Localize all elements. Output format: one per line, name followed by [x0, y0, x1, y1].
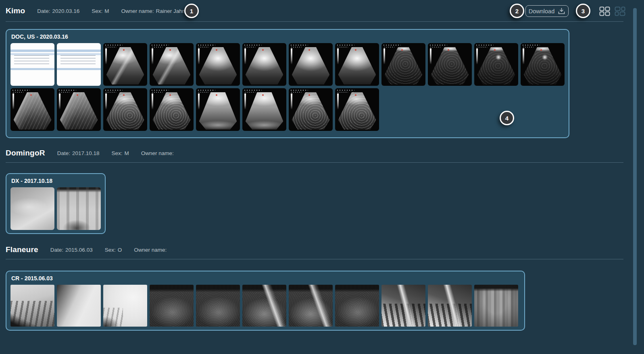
ultrasound-thumbnail[interactable]: [196, 43, 240, 86]
ultrasound-fan: [106, 92, 144, 130]
ultrasound-thumbnail[interactable]: [196, 88, 240, 131]
patient-name: Kimo: [6, 6, 25, 15]
ultrasound-fan: [477, 47, 515, 85]
scale-bar: [152, 93, 153, 110]
owner-label: Owner name:: [121, 8, 154, 14]
xray-thumbnail[interactable]: [289, 285, 333, 327]
date-label: Date:: [37, 8, 50, 14]
marker-dot: [216, 49, 217, 51]
ultrasound-thumbnail[interactable]: [474, 43, 518, 86]
overlay-text: [105, 90, 136, 93]
overlay-text: [291, 45, 321, 48]
overlay-text: [152, 45, 182, 48]
ultrasound-thumbnail[interactable]: [335, 43, 379, 86]
annotation-badge-1: 1: [184, 4, 199, 18]
ultrasound-fan: [153, 92, 191, 130]
scale-bar: [383, 48, 385, 64]
ultrasound-fan: [292, 47, 330, 85]
patient-date: Date:2015.06.03: [50, 247, 93, 253]
thumbnail-grid: [6, 285, 524, 327]
xray-thumbnail[interactable]: [428, 285, 472, 327]
xray-thumbnail[interactable]: [196, 285, 240, 327]
ultrasound-thumbnail[interactable]: [521, 43, 565, 86]
study-title: CR - 2015.06.03: [11, 275, 524, 282]
ultrasound-thumbnail[interactable]: [289, 88, 333, 131]
ultrasound-thumbnail[interactable]: [150, 88, 194, 131]
scale-bar: [244, 93, 246, 110]
study-title: DOC, US - 2020.03.16: [11, 33, 569, 40]
ultrasound-fan: [292, 92, 330, 130]
ultrasound-fan: [385, 47, 423, 85]
ultrasound-thumbnail[interactable]: [428, 43, 472, 86]
scale-bar: [291, 93, 292, 110]
overlay-text: [383, 45, 414, 48]
xray-thumbnail[interactable]: [150, 285, 194, 327]
download-button[interactable]: Download: [525, 5, 569, 17]
overlay-text: [105, 45, 136, 48]
patient-sex: Sex:O: [105, 247, 122, 253]
ultrasound-thumbnail[interactable]: [335, 88, 379, 131]
marker-dot: [262, 49, 264, 51]
ultrasound-thumbnail[interactable]: [57, 88, 101, 131]
ultrasound-fan: [246, 92, 283, 130]
annotation-badge-4: 4: [500, 111, 514, 125]
xray-thumbnail[interactable]: [381, 285, 425, 327]
patient-header-domingor: DomingoR Date:2017.10.18 Sex:M Owner nam…: [6, 146, 176, 160]
overlay-text: [13, 90, 43, 93]
date-value: 2020.03.16: [52, 8, 80, 14]
marker-dot: [308, 94, 310, 96]
patient-owner: Owner name:: [141, 150, 176, 156]
marker-dot: [262, 94, 264, 96]
date-label: Date:: [50, 247, 63, 253]
marker-dot: [308, 49, 310, 51]
document-thumbnail[interactable]: [10, 43, 54, 86]
xray-thumbnail[interactable]: [10, 187, 54, 230]
header-divider: [6, 21, 623, 22]
ultrasound-thumbnail[interactable]: [242, 88, 286, 131]
section-divider: [6, 259, 623, 259]
date-value: 2015.06.03: [65, 247, 93, 253]
ultrasound-fan: [338, 47, 376, 85]
ultrasound-thumbnail[interactable]: [381, 43, 425, 86]
marker-dot: [169, 49, 171, 51]
grid-view-icon[interactable]: [599, 6, 610, 16]
ultrasound-thumbnail[interactable]: [242, 43, 286, 86]
patient-header-kimo: Kimo Date:2020.03.16 Sex:M Owner name:Ra…: [6, 4, 198, 18]
sex-label: Sex:: [112, 150, 123, 156]
thumbnail-grid: [6, 187, 105, 230]
sex-label: Sex:: [92, 8, 102, 14]
scale-bar: [105, 93, 107, 110]
ultrasound-thumbnail[interactable]: [150, 43, 194, 86]
scale-bar: [430, 48, 431, 64]
mixed-layout-view-icon[interactable]: [615, 6, 625, 16]
xray-thumbnail[interactable]: [242, 285, 286, 327]
ultrasound-fan: [431, 47, 469, 85]
marker-dot: [448, 49, 449, 51]
marker-dot: [355, 49, 356, 51]
ultrasound-thumbnail[interactable]: [289, 43, 333, 86]
xray-thumbnail[interactable]: [474, 285, 518, 327]
xray-thumbnail[interactable]: [103, 285, 147, 327]
owner-label: Owner name:: [134, 247, 167, 253]
ultrasound-thumbnail[interactable]: [103, 88, 147, 131]
thumbnail-grid: [6, 43, 569, 131]
document-thumbnail[interactable]: [57, 43, 101, 86]
overlay-text: [523, 45, 553, 48]
overlay-text: [59, 90, 90, 93]
xray-thumbnail[interactable]: [57, 187, 101, 230]
marker-dot: [169, 94, 171, 96]
marker-dot: [30, 94, 32, 96]
xray-thumbnail[interactable]: [10, 285, 54, 327]
patient-header-flaneure: Flaneure Date:2015.06.03 Sex:O Owner nam…: [6, 243, 169, 257]
xray-thumbnail[interactable]: [57, 285, 101, 327]
sex-value: M: [104, 8, 109, 14]
vertical-scrollbar[interactable]: [633, 8, 637, 345]
ultrasound-thumbnail[interactable]: [103, 43, 147, 86]
overlay-text: [476, 45, 507, 48]
owner-label: Owner name:: [141, 150, 174, 156]
overlay-text: [244, 45, 275, 48]
ultrasound-thumbnail[interactable]: [10, 88, 54, 131]
xray-thumbnail[interactable]: [335, 285, 379, 327]
overlay-text: [337, 90, 368, 93]
patient-date: Date:2017.10.18: [57, 150, 100, 156]
